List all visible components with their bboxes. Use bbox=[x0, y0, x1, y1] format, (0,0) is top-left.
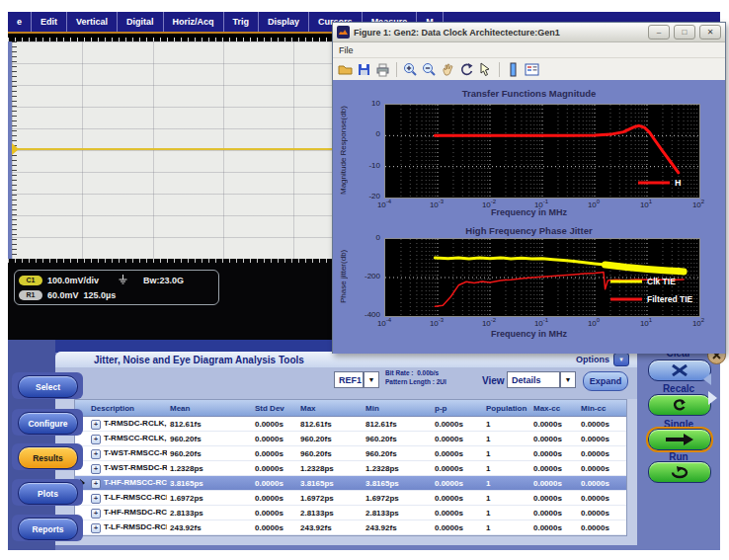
cell-p_p: 0.0000s bbox=[432, 494, 483, 503]
y-tick-label: 0 bbox=[355, 129, 380, 138]
jitter-control-row: REF1 ▼ Bit Rate : 0.00b/s Pattern Length… bbox=[55, 367, 637, 399]
expand-row-icon[interactable]: + bbox=[91, 435, 101, 444]
nav-button-plots[interactable]: Plots bbox=[18, 482, 78, 505]
row-description: T-HF-RMSDC-RCLK... bbox=[104, 508, 167, 517]
menu-item-digital[interactable]: Digital bbox=[118, 12, 164, 32]
cell-mean: 812.61fs bbox=[167, 420, 252, 429]
ref-source-dropdown-arrow[interactable]: ▼ bbox=[364, 371, 379, 388]
table-row[interactable]: +T-HF-RMSCC-RCLK...3.8165ps0.0000s3.8165… bbox=[75, 476, 626, 491]
x-tick-label: 100 bbox=[581, 317, 607, 328]
table-row[interactable]: +T-LF-RMSCC-RCLK...1.6972ps0.0000s1.6972… bbox=[75, 491, 626, 506]
minimize-button[interactable] bbox=[648, 25, 670, 40]
file-menu[interactable]: File bbox=[339, 45, 354, 55]
table-row[interactable]: +T-HF-RMSDC-RCLK...2.8133ps0.0000s2.8133… bbox=[75, 506, 626, 520]
column-header-population[interactable]: Population bbox=[483, 404, 530, 413]
pan-icon[interactable] bbox=[440, 61, 456, 78]
open-icon[interactable] bbox=[337, 61, 354, 78]
zoom-out-icon[interactable] bbox=[421, 61, 438, 78]
y-tick-label: -20 bbox=[355, 192, 380, 200]
y-tick-label: -200 bbox=[355, 272, 380, 280]
run-button[interactable] bbox=[648, 461, 711, 483]
menu-item-e[interactable]: e bbox=[8, 12, 32, 32]
expand-row-icon[interactable]: + bbox=[91, 494, 101, 504]
ref-source-select[interactable]: REF1 bbox=[334, 371, 364, 388]
view-mode-dropdown-arrow[interactable]: ▼ bbox=[560, 371, 576, 388]
expand-row-icon[interactable]: + bbox=[91, 449, 101, 459]
cell-population: 1 bbox=[483, 509, 530, 518]
cell-population: 1 bbox=[483, 523, 530, 532]
view-mode-select[interactable]: Details bbox=[507, 371, 560, 388]
menu-item-edit[interactable]: Edit bbox=[32, 12, 67, 32]
cell-p_p: 0.0000s bbox=[432, 435, 483, 443]
column-header-max[interactable]: Max bbox=[297, 404, 363, 413]
cell-max: 960.20fs bbox=[297, 435, 363, 443]
cell-max: 812.61fs bbox=[297, 420, 363, 429]
column-header-mean[interactable]: Mean bbox=[167, 404, 252, 413]
table-row[interactable]: +T-RMSDC-RCLK, Re...812.61fs0.0000s812.6… bbox=[75, 417, 626, 432]
menu-item-display[interactable]: Display bbox=[259, 12, 309, 32]
clear-button[interactable] bbox=[648, 360, 711, 381]
rotate-icon[interactable] bbox=[458, 61, 475, 78]
table-row[interactable]: +T-WST-RMSDC-RC...1.2328ps0.0000s1.2328p… bbox=[75, 461, 626, 476]
colorbar-icon[interactable] bbox=[505, 61, 522, 78]
expand-row-icon[interactable]: + bbox=[91, 464, 101, 474]
scroll-left-arrow[interactable] bbox=[703, 373, 711, 385]
expand-row-icon[interactable]: + bbox=[91, 479, 101, 489]
chart-title: Transfer Functions Magnitude bbox=[333, 88, 725, 99]
table-row[interactable]: +T-WST-RMSCC-RC...960.20fs0.0000s960.20f… bbox=[75, 446, 626, 461]
cell-min: 812.61fs bbox=[363, 420, 432, 429]
channel1-badge[interactable]: C1 bbox=[19, 276, 42, 285]
cell-max_cc: 0.0000s bbox=[530, 479, 578, 488]
column-header-min-cc[interactable]: Min-cc bbox=[578, 404, 626, 413]
print-icon[interactable] bbox=[374, 61, 391, 78]
nav-button-reports[interactable]: Reports bbox=[18, 518, 78, 540]
column-header-min[interactable]: Min bbox=[363, 404, 432, 413]
data-cursor-icon[interactable] bbox=[477, 61, 494, 78]
ref1-badge[interactable]: R1 bbox=[19, 290, 42, 300]
ref1-timebase: 125.0µs bbox=[84, 290, 117, 300]
table-row[interactable]: +T-RMSCC-RCLK, Re...960.20fs0.0000s960.2… bbox=[75, 432, 626, 446]
cell-min: 1.2328ps bbox=[363, 464, 432, 473]
figure-toolbar bbox=[333, 58, 725, 82]
nav-button-results[interactable]: Results bbox=[18, 446, 78, 469]
figure-titlebar[interactable]: Figure 1: Gen2: Data Clock Architectectu… bbox=[333, 23, 725, 42]
insert-legend-icon[interactable] bbox=[524, 61, 540, 78]
recalc-button[interactable] bbox=[648, 394, 711, 416]
cell-min: 3.8165ps bbox=[363, 479, 432, 488]
transfer-magnitude-chart: Transfer Functions MagnitudeMagnitude Re… bbox=[333, 80, 725, 218]
zoom-in-icon[interactable] bbox=[402, 61, 419, 78]
options-label: Options bbox=[576, 355, 609, 364]
plot-area: Clk TIEFiltered TIE bbox=[384, 238, 700, 317]
expand-button[interactable]: Expand bbox=[583, 371, 628, 391]
options-dropdown-button[interactable]: ▾ bbox=[613, 353, 629, 366]
scroll-right-arrow[interactable] bbox=[708, 391, 717, 405]
maximize-button[interactable] bbox=[674, 25, 695, 40]
column-header-max-cc[interactable]: Max-cc bbox=[530, 404, 578, 413]
column-header-p-p[interactable]: p-p bbox=[432, 404, 483, 413]
column-header-description[interactable]: Description bbox=[88, 404, 167, 413]
ref1-readout[interactable]: R1 60.0mV 125.0µs bbox=[19, 287, 214, 302]
nav-button-select[interactable]: Select bbox=[18, 375, 78, 398]
jitter-panel-title: Jitter, Noise and Eye Diagram Analysis T… bbox=[94, 355, 304, 365]
menu-item-trig[interactable]: Trig bbox=[224, 12, 260, 32]
nav-button-configure[interactable]: Configure bbox=[18, 412, 78, 435]
cell-mean: 1.2328ps bbox=[167, 464, 252, 473]
results-table: DescriptionMeanStd DevMaxMinp-pPopulatio… bbox=[74, 399, 627, 536]
column-header-std-dev[interactable]: Std Dev bbox=[252, 404, 297, 413]
channel1-readout[interactable]: C1 100.0mV/div Bw:23.0G bbox=[19, 273, 214, 287]
menu-item-horiz-acq[interactable]: Horiz/Acq bbox=[164, 12, 224, 32]
row-description: T-LF-RMSDC-RCLK... bbox=[104, 522, 167, 531]
cell-population: 1 bbox=[483, 435, 530, 443]
cell-min_cc: 0.0000s bbox=[578, 435, 626, 443]
figure-window: Figure 1: Gen2: Data Clock Architectectu… bbox=[332, 22, 726, 354]
expand-row-icon[interactable]: + bbox=[91, 523, 101, 533]
x-tick-label: 101 bbox=[633, 317, 659, 328]
expand-row-icon[interactable]: + bbox=[91, 420, 101, 430]
menu-item-vertical[interactable]: Vertical bbox=[67, 12, 118, 32]
single-button[interactable] bbox=[648, 429, 711, 450]
expand-row-icon[interactable]: + bbox=[91, 509, 101, 519]
table-row[interactable]: +T-LF-RMSDC-RCLK...243.92fs0.0000s243.92… bbox=[75, 520, 626, 535]
save-icon[interactable] bbox=[356, 61, 372, 78]
cell-std_dev: 0.0000s bbox=[252, 523, 297, 532]
close-button[interactable] bbox=[699, 25, 721, 40]
